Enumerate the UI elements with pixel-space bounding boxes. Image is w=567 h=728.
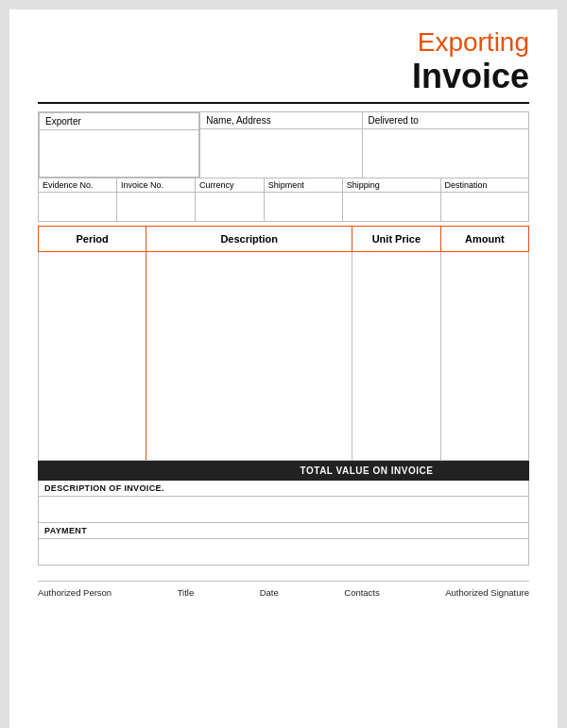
unit-price-header: Unit Price (352, 227, 440, 252)
items-data-row (39, 252, 529, 460)
top-info-table: Exporter Name, Address (38, 111, 529, 178)
title-block: Exporting Invoice (412, 28, 529, 94)
period-data[interactable] (39, 252, 146, 460)
total-label: TOTAL VALUE ON INVOICE (38, 461, 440, 481)
authorized-person: Authorized Person (38, 587, 112, 598)
description-body[interactable] (38, 497, 529, 523)
title-invoice: Invoice (412, 58, 529, 95)
contacts: Contacts (344, 587, 380, 598)
amount-data[interactable] (440, 252, 528, 460)
shipment-value[interactable] (265, 193, 342, 221)
items-body-table (38, 252, 529, 461)
shipping-value[interactable] (343, 193, 440, 221)
exporter-value[interactable] (40, 130, 199, 178)
name-address-label: Name, Address (200, 112, 361, 129)
amount-header: Amount (440, 227, 528, 252)
currency-label: Currency (196, 178, 264, 193)
payment-label: PAYMENT (38, 523, 529, 539)
exporter-cell: Exporter (39, 112, 199, 178)
destination-value[interactable] (441, 193, 528, 221)
total-table: TOTAL VALUE ON INVOICE (38, 461, 529, 481)
total-value (440, 461, 529, 481)
header: Exporting Invoice (38, 28, 529, 104)
unit-price-data[interactable] (352, 252, 440, 460)
destination-label: Destination (441, 178, 528, 193)
evidence-no-label: Evidence No. (39, 178, 116, 193)
title-exporting: Exporting (412, 28, 529, 58)
description-header: Description (146, 227, 352, 252)
authorized-signature: Authorized Signature (445, 587, 529, 598)
footer: Authorized Person Title Date Contacts Au… (38, 581, 529, 598)
shipment-label: Shipment (265, 178, 342, 193)
date: Date (260, 587, 279, 598)
invoice-page: Exporting Invoice Exporter (9, 9, 558, 728)
exporter-label: Exporter (40, 113, 199, 130)
meta-table: Evidence No. Invoice No. Currency Shipme… (38, 178, 529, 222)
payment-body[interactable] (38, 539, 529, 566)
delivered-to-label: Delivered to (363, 112, 528, 129)
delivered-to-value[interactable] (363, 129, 528, 177)
evidence-no-value[interactable] (39, 193, 116, 221)
period-header: Period (39, 227, 146, 252)
invoice-no-label: Invoice No. (117, 178, 195, 193)
invoice-no-value[interactable] (117, 193, 195, 221)
description-label: DESCRIPTION OF INVOICE. (38, 481, 529, 497)
shipping-label: Shipping (343, 178, 440, 193)
currency-value[interactable] (196, 193, 264, 221)
items-header-table: Period Description Unit Price Amount (38, 226, 529, 252)
title: Title (178, 587, 195, 598)
name-address-value[interactable] (200, 129, 361, 177)
description-data[interactable] (146, 252, 352, 460)
